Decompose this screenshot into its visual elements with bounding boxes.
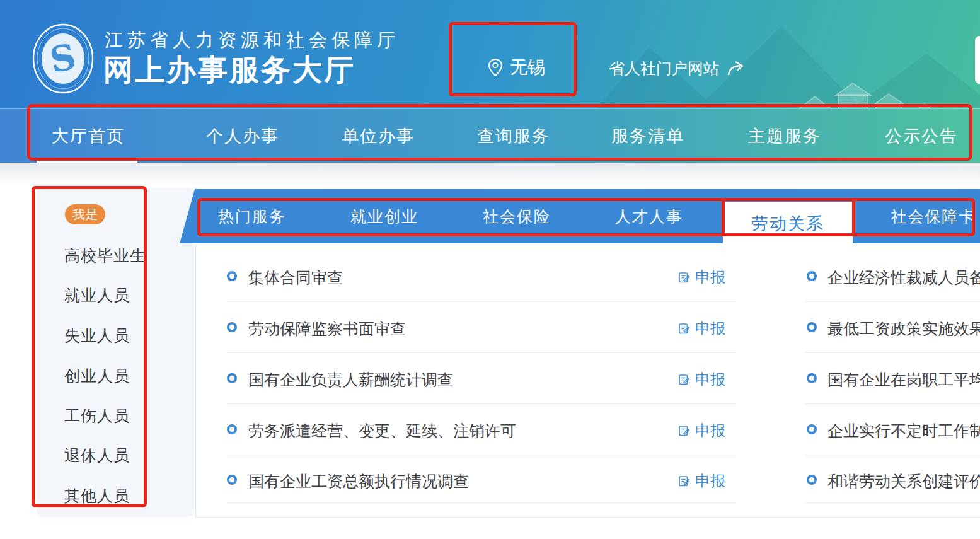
service-row: 企业经济性裁减人员备: [0, 266, 980, 289]
sidebar-item-retired[interactable]: 退休人员: [64, 445, 130, 466]
row-divider: [805, 403, 980, 404]
service-bullet-icon: [807, 271, 817, 281]
city-name: 无锡: [510, 55, 545, 79]
header-banner: S 江苏省人力资源和社会保障厅 网上办事服务大厅 无锡 省人社门户网站 大厅首页…: [0, 0, 980, 163]
tab-social-insurance[interactable]: 社会保险: [483, 189, 551, 243]
portal-site-link[interactable]: 省人社门户网站: [609, 58, 746, 79]
row-divider: [227, 455, 736, 455]
service-row: 和谐劳动关系创建评价: [0, 470, 980, 492]
row-divider: [805, 301, 980, 302]
location-pin-icon: [488, 59, 502, 76]
row-divider: [805, 352, 980, 353]
row-divider: [227, 403, 736, 404]
nav-item-theme[interactable]: 主题服务: [748, 109, 821, 163]
city-selector[interactable]: 无锡: [488, 55, 545, 79]
row-divider: [805, 502, 980, 503]
service-link[interactable]: 最低工资政策实施效果: [827, 318, 980, 339]
department-logo: S: [32, 23, 95, 95]
tab-hot-services[interactable]: 热门服务: [218, 189, 286, 243]
service-bullet-icon: [807, 373, 817, 383]
tab-talent-hr[interactable]: 人才人事: [615, 189, 683, 243]
floating-side-widget[interactable]: [975, 36, 980, 84]
row-divider: [227, 352, 736, 353]
hall-title: 网上办事服务大厅: [103, 50, 355, 90]
identity-badge: 我是: [65, 204, 105, 224]
page: S 江苏省人力资源和社会保障厅 网上办事服务大厅 无锡 省人社门户网站 大厅首页…: [0, 0, 980, 539]
service-row: 国有企业在岗职工平均: [0, 368, 980, 391]
sidebar-item-graduates[interactable]: 高校毕业生: [64, 245, 146, 266]
tab-employment[interactable]: 就业创业: [350, 189, 418, 243]
row-divider: [227, 301, 736, 302]
nav-item-organization[interactable]: 单位办事: [342, 109, 415, 163]
org-title: 江苏省人力资源和社会保障厅: [105, 28, 400, 53]
row-divider: [805, 455, 980, 455]
service-bullet-icon: [807, 424, 817, 434]
content-bottom-border: [195, 517, 980, 518]
service-row: 最低工资政策实施效果: [0, 317, 980, 340]
service-link[interactable]: 企业经济性裁减人员备: [827, 267, 980, 288]
service-link[interactable]: 和谐劳动关系创建评价: [827, 471, 980, 492]
service-bullet-icon: [807, 322, 817, 332]
external-jump-arrow-icon: [727, 61, 746, 77]
nav-item-personal[interactable]: 个人办事: [206, 109, 279, 163]
nav-item-announcements[interactable]: 公示公告: [885, 109, 958, 163]
tab-social-security-card[interactable]: 社会保障卡: [891, 189, 976, 243]
service-row: 企业实行不定时工作制: [0, 419, 980, 442]
nav-item-home[interactable]: 大厅首页: [52, 109, 125, 163]
main-nav: 大厅首页 个人办事 单位办事 查询服务 服务清单 主题服务 公示公告: [0, 108, 980, 163]
portal-site-label: 省人社门户网站: [609, 58, 719, 79]
service-link[interactable]: 国有企业在岗职工平均: [827, 369, 980, 390]
nav-item-query[interactable]: 查询服务: [477, 109, 550, 163]
category-tabbar: 热门服务 就业创业 社会保险 人才人事 社会保障卡: [180, 189, 980, 243]
service-link[interactable]: 企业实行不定时工作制: [827, 420, 980, 441]
identity-sidebar: 我是 高校毕业生 就业人员 失业人员 创业人员 工伤人员 退休人员 其他人员: [37, 188, 194, 517]
service-bullet-icon: [807, 475, 817, 485]
tab-labor-relations-active[interactable]: 劳动关系: [723, 202, 853, 251]
nav-item-service-list[interactable]: 服务清单: [611, 109, 684, 163]
nav-shadow: [0, 163, 980, 187]
row-divider: [227, 502, 736, 503]
